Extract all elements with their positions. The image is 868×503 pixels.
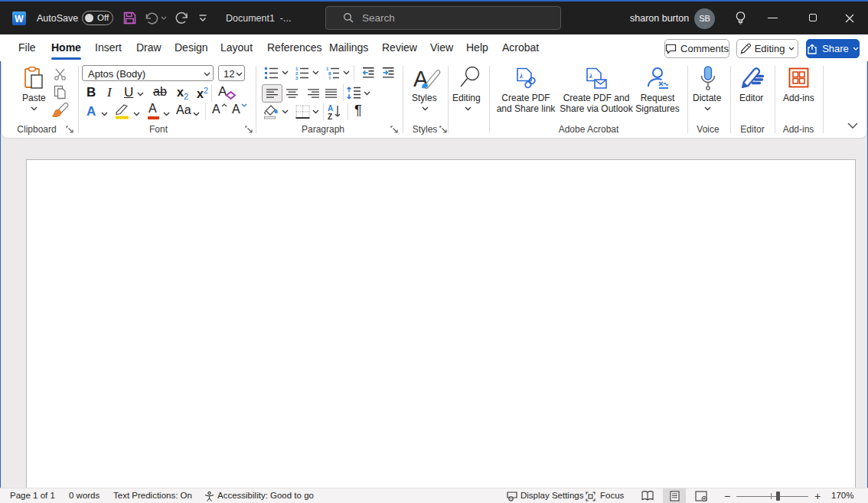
- svg-text:λ: λ: [589, 72, 592, 80]
- svg-text:λ: λ: [519, 72, 523, 80]
- svg-text:Z: Z: [328, 113, 332, 120]
- svg-text:A: A: [328, 104, 333, 113]
- svg-text:3: 3: [295, 76, 299, 80]
- svg-text:i: i: [329, 75, 331, 80]
- svg-text:W: W: [15, 14, 24, 24]
